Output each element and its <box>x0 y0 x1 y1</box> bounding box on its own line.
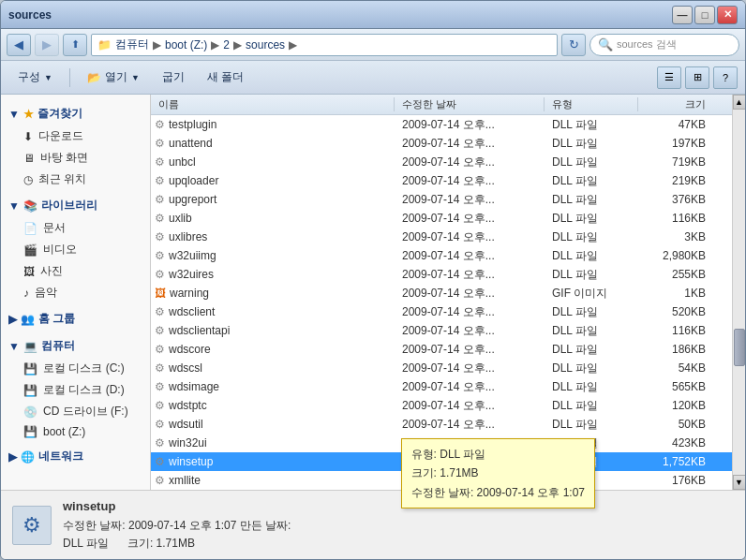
file-type: DLL 파일 <box>545 267 638 283</box>
sidebar-item-video[interactable]: 🎬 비디오 <box>1 239 150 260</box>
file-row[interactable]: 🖼 warning 2009-07-14 오후... GIF 이미지 1KB <box>151 284 732 302</box>
video-label: 비디오 <box>43 242 77 258</box>
vertical-scrollbar[interactable]: ▲ ▼ <box>732 95 745 490</box>
file-type-icon: ⚙ <box>155 230 165 243</box>
path-boot[interactable]: boot (Z:) <box>165 38 207 52</box>
sidebar-item-d-drive[interactable]: 💾 로컬 디스크 (D:) <box>1 379 150 401</box>
file-row[interactable]: ⚙ wdsclient 2009-07-14 오후... DLL 파일 520K… <box>151 302 732 321</box>
file-name: upqloader <box>169 174 218 187</box>
file-row[interactable]: ⚙ wdsimage 2009-07-14 오후... DLL 파일 565KB <box>151 377 732 396</box>
file-row[interactable]: ⚙ unbcl 2009-07-14 오후... DLL 파일 719KB <box>151 153 732 171</box>
file-row[interactable]: ⚙ wdsclientapi 2009-07-14 오후... DLL 파일 1… <box>151 321 732 340</box>
scroll-down-button[interactable]: ▼ <box>733 475 746 490</box>
open-dropdown-icon: ▼ <box>131 73 140 82</box>
file-row[interactable]: ⚙ w32uires 2009-07-14 오후... DLL 파일 255KB <box>151 265 732 284</box>
view-panel-button[interactable]: ⊞ <box>685 66 709 89</box>
sidebar-item-photos[interactable]: 🖼 사진 <box>1 260 150 282</box>
sidebar-item-c-drive[interactable]: 💾 로컬 디스크 (C:) <box>1 358 150 379</box>
sidebar-header-computer[interactable]: ▼ 💻 컴퓨터 <box>1 334 150 358</box>
file-row[interactable]: ⚙ uxlibres 2009-07-14 오후... DLL 파일 3KB <box>151 228 732 246</box>
file-date: 2009-07-14 오후... <box>395 398 545 414</box>
file-row[interactable]: ⚙ uxlib 2009-07-14 오후... DLL 파일 116KB <box>151 209 732 228</box>
sidebar-header-library[interactable]: ▼ 📚 라이브러리 <box>1 194 150 217</box>
sidebar-section-homegroup: ▶ 👥 홈 그룹 <box>1 307 150 331</box>
file-size: 186KB <box>638 343 713 356</box>
computer-icon: 💻 <box>23 340 37 353</box>
view-toggle-button[interactable]: ☰ <box>657 66 681 89</box>
title-bar: sources — □ ✕ <box>1 1 745 29</box>
file-type-icon: ⚙ <box>155 418 165 431</box>
file-size: 50KB <box>638 418 713 431</box>
up-button[interactable]: ⬆ <box>63 34 87 56</box>
file-date: 2009-07-14 오후... <box>395 379 545 395</box>
file-row[interactable]: ⚙ wdstptc 2009-07-14 오후... DLL 파일 120KB <box>151 396 732 415</box>
minimize-button[interactable]: — <box>672 6 693 24</box>
col-date[interactable]: 수정한 날짜 <box>395 97 545 111</box>
col-type[interactable]: 유형 <box>545 97 638 111</box>
d-drive-icon: 💾 <box>23 384 37 397</box>
computer-label: 컴퓨터 <box>41 338 75 354</box>
network-label: 네트워크 <box>38 449 83 464</box>
file-row[interactable]: ⚙ w32uiimg 2009-07-14 오후... DLL 파일 2,980… <box>151 246 732 265</box>
file-type-icon: ⚙ <box>155 399 165 412</box>
search-box[interactable]: 🔍 sources 검색 <box>589 34 739 56</box>
file-type-icon: 🖼 <box>155 287 166 300</box>
open-button[interactable]: 📂 열기 ▼ <box>78 65 149 91</box>
file-row[interactable]: ⚙ unattend 2009-07-14 오후... DLL 파일 197KB <box>151 134 732 153</box>
sidebar: ▼ ★ 즐겨찾기 ⬇ 다운로드 🖥 바탕 화면 ◷ 최근 위치 <box>1 95 151 490</box>
main-content: ▼ ★ 즐겨찾기 ⬇ 다운로드 🖥 바탕 화면 ◷ 최근 위치 <box>1 95 745 490</box>
forward-button[interactable]: ▶ <box>35 34 59 56</box>
file-size: 1KB <box>638 287 713 300</box>
sidebar-item-z-drive[interactable]: 💾 boot (Z:) <box>1 422 150 441</box>
path-sources[interactable]: sources <box>246 38 285 52</box>
file-row[interactable]: ⚙ upqloader 2009-07-14 오후... DLL 파일 219K… <box>151 171 732 190</box>
file-name: testplugin <box>169 118 216 131</box>
file-size: 197KB <box>638 137 713 150</box>
file-type: DLL 파일 <box>545 117 638 133</box>
sidebar-item-f-drive[interactable]: 💿 CD 드라이브 (F:) <box>1 401 150 422</box>
sidebar-item-music[interactable]: ♪ 음악 <box>1 282 150 303</box>
col-name[interactable]: 이름 <box>151 97 395 111</box>
maximize-button[interactable]: □ <box>694 6 715 24</box>
organize-button[interactable]: 구성 ▼ <box>8 65 62 91</box>
file-row[interactable]: ⚙ wdsutil 2009-07-14 오후... DLL 파일 50KB <box>151 415 732 434</box>
path-computer[interactable]: 컴퓨터 <box>115 37 149 52</box>
back-button[interactable]: ◀ <box>7 34 31 56</box>
col-size[interactable]: 크기 <box>638 97 713 111</box>
sidebar-header-favorites[interactable]: ▼ ★ 즐겨찾기 <box>1 102 150 125</box>
status-file-size: 크기: 1.71MB <box>127 537 195 550</box>
scroll-thumb[interactable] <box>734 329 745 366</box>
burn-button[interactable]: 굽기 <box>153 65 194 91</box>
burn-label: 굽기 <box>162 69 185 85</box>
status-file-info: 수정한 날짜: 2009-07-14 오후 1:07 만든 날짜: <box>63 517 734 535</box>
star-icon: ★ <box>23 108 34 121</box>
close-button[interactable]: ✕ <box>717 6 738 24</box>
download-icon: ⬇ <box>23 130 33 143</box>
file-row[interactable]: ⚙ testplugin 2009-07-14 오후... DLL 파일 47K… <box>151 115 732 134</box>
path-2[interactable]: 2 <box>223 38 230 52</box>
scroll-track[interactable] <box>733 110 746 475</box>
file-size: 116KB <box>638 212 713 225</box>
tooltip-line3: 수정한 날짜: 2009-07-14 오후 1:07 <box>411 483 585 502</box>
sidebar-item-recent[interactable]: ◷ 최근 위치 <box>1 169 150 190</box>
sidebar-header-network[interactable]: ▶ 🌐 네트워크 <box>1 445 150 468</box>
file-row[interactable]: ⚙ upgreport 2009-07-14 오후... DLL 파일 376K… <box>151 190 732 209</box>
file-row[interactable]: ⚙ wdscsl 2009-07-14 오후... DLL 파일 54KB <box>151 359 732 377</box>
help-button[interactable]: ? <box>713 66 738 89</box>
homegroup-label: 홈 그룹 <box>38 311 75 327</box>
scroll-up-button[interactable]: ▲ <box>733 95 746 110</box>
file-name: w32uiimg <box>169 249 216 262</box>
library-label: 라이브러리 <box>41 198 97 214</box>
new-folder-button[interactable]: 새 폴더 <box>198 65 253 91</box>
address-bar: ◀ ▶ ⬆ 📁 컴퓨터 ▶ boot (Z:) ▶ 2 ▶ sources ▶ … <box>1 29 745 61</box>
sidebar-item-desktop[interactable]: 🖥 바탕 화면 <box>1 147 150 169</box>
address-path[interactable]: 📁 컴퓨터 ▶ boot (Z:) ▶ 2 ▶ sources ▶ <box>91 34 558 56</box>
file-row[interactable]: ⚙ wdscore 2009-07-14 오후... DLL 파일 186KB <box>151 340 732 359</box>
chevron-right-icon-net: ▶ <box>8 450 17 464</box>
sidebar-item-downloads[interactable]: ⬇ 다운로드 <box>1 125 150 147</box>
file-type: DLL 파일 <box>545 173 638 189</box>
sidebar-item-docs[interactable]: 📄 문서 <box>1 217 150 239</box>
sidebar-header-homegroup[interactable]: ▶ 👥 홈 그룹 <box>1 307 150 331</box>
refresh-button[interactable]: ↻ <box>561 34 586 56</box>
file-list: ⚙ testplugin 2009-07-14 오후... DLL 파일 47K… <box>151 115 732 490</box>
